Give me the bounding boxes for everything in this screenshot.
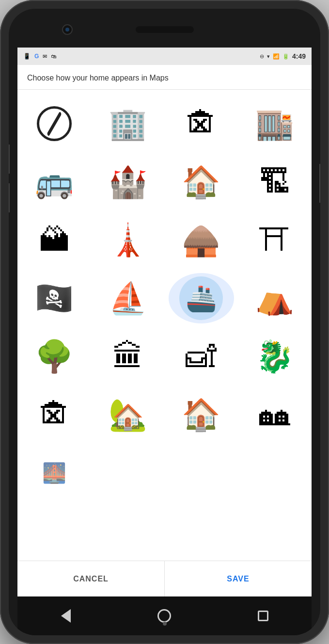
status-time: 4:49 [292, 52, 306, 60]
dragon-icon: 🐉 [255, 341, 294, 372]
pagoda-icon: ⛩ [259, 225, 290, 256]
barn-icon: 🏚 [186, 108, 217, 139]
icon-cell-teepee[interactable]: ⛺ [238, 269, 312, 327]
battery-icon: 🔋 [282, 53, 289, 60]
icon-cell-purple-house[interactable]: 🏘 [238, 386, 312, 444]
home-button[interactable] [157, 609, 171, 623]
green-house-icon: 🏡 [109, 399, 147, 430]
phone-frame: 📱 G ✉ 🛍 ⊖ ▾ 📶 🔋 4:49 Choose how your hom… [0, 0, 329, 644]
nav-bar [17, 596, 312, 635]
status-icons-right: ⊖ ▾ 📶 🔋 4:49 [260, 52, 306, 60]
icon-cell-modern-building[interactable]: 🏬 [238, 95, 312, 153]
igloo-icon: 🏔 [39, 225, 70, 256]
volume-up-button[interactable] [9, 145, 10, 174]
icon-cell-igloo[interactable]: 🏔 [17, 211, 91, 269]
icon-cell-pueblo[interactable]: 🏛 [91, 327, 165, 386]
victorian-icon: 🏚 [39, 399, 70, 430]
icon-cell-pirate-ship[interactable]: 🏴‍☠️ [17, 269, 91, 327]
apartment-icon: 🏢 [109, 108, 147, 139]
submarine-highlight: 🚢 [179, 276, 223, 320]
modern-building-icon: 🏬 [255, 108, 294, 139]
castle-icon: 🏰 [109, 166, 147, 197]
bottom-buttons: CANCEL SAVE [17, 561, 312, 596]
icon-cell-cottage[interactable]: 🏠 [165, 153, 238, 211]
content-header: Choose how your home appears in Maps [17, 65, 312, 90]
page-title: Choose how your home appears in Maps [27, 74, 169, 82]
minus-icon: ⊖ [260, 53, 264, 60]
save-button[interactable]: SAVE [165, 561, 312, 596]
back-button[interactable] [61, 609, 71, 623]
icon-cell-no-entry[interactable] [17, 95, 91, 153]
purple-house-icon: 🏘 [259, 399, 290, 430]
icon-cell-lighthouse[interactable]: 🗼 [91, 211, 165, 269]
extra-icon: 🌉 [42, 463, 66, 483]
cottage-icon: 🏠 [182, 166, 220, 197]
icon-cell-camper[interactable]: 🚌 [17, 153, 91, 211]
icon-grid: 🏢 🏚 🏬 🚌 🏰 🏠 [17, 90, 312, 507]
camera [62, 24, 73, 35]
icon-cell-barn[interactable]: 🏚 [165, 95, 238, 153]
treehouse-icon: 🌳 [35, 341, 74, 372]
camper-icon: 🚌 [35, 166, 74, 197]
icon-cell-treehouse[interactable]: 🌳 [17, 327, 91, 386]
pirate-ship-icon: 🏴‍☠️ [35, 283, 74, 314]
icon-cell-pink-house[interactable]: 🏠 [165, 386, 238, 444]
icon-cell-dragon[interactable]: 🐉 [238, 327, 312, 386]
icon-grid-container[interactable]: 🏢 🏚 🏬 🚌 🏰 🏠 [17, 90, 312, 561]
home-dot [163, 622, 167, 626]
icon-cell-green-house[interactable]: 🏡 [91, 386, 165, 444]
icon-cell-sailboat[interactable]: ⛵ [91, 269, 165, 327]
bag-status-icon: 🛍 [51, 53, 56, 59]
wifi-icon: ▾ [267, 53, 270, 60]
g-icon: G [34, 53, 39, 60]
recents-button[interactable] [258, 611, 268, 621]
icon-cell-pagoda[interactable]: ⛩ [238, 211, 312, 269]
icon-cell-submarine[interactable]: 🚢 [165, 269, 238, 327]
phone-status-icon: 📱 [23, 53, 31, 60]
signal-icon: 📶 [273, 53, 280, 60]
icon-cell-apartment[interactable]: 🏢 [91, 95, 165, 153]
status-icons-left: 📱 G ✉ 🛍 [23, 53, 56, 60]
modern-house-icon: 🏗 [259, 166, 290, 197]
icon-cell-extra[interactable]: 🌉 [17, 444, 91, 502]
lighthouse-icon: 🗼 [109, 225, 147, 256]
submarine-icon: 🚢 [186, 286, 217, 311]
power-button[interactable] [319, 164, 320, 203]
icon-cell-victorian[interactable]: 🏚 [17, 386, 91, 444]
no-entry-icon [37, 106, 72, 141]
log-cabin-icon: 🛖 [182, 225, 220, 256]
cancel-button[interactable]: CANCEL [17, 561, 165, 596]
mail-status-icon: ✉ [43, 53, 47, 60]
sofa-icon: 🛋 [186, 341, 217, 372]
pink-house-icon: 🏠 [182, 399, 220, 430]
speaker [136, 26, 194, 33]
icon-cell-sofa[interactable]: 🛋 [165, 327, 238, 386]
icon-cell-log-cabin[interactable]: 🛖 [165, 211, 238, 269]
teepee-icon: ⛺ [255, 283, 294, 314]
phone-inner: 📱 G ✉ 🛍 ⊖ ▾ 📶 🔋 4:49 Choose how your hom… [9, 9, 320, 635]
volume-down-button[interactable] [9, 183, 10, 212]
screen: 📱 G ✉ 🛍 ⊖ ▾ 📶 🔋 4:49 Choose how your hom… [17, 48, 312, 596]
sailboat-icon: ⛵ [109, 283, 147, 314]
status-bar: 📱 G ✉ 🛍 ⊖ ▾ 📶 🔋 4:49 [17, 48, 312, 65]
icon-cell-modern-house[interactable]: 🏗 [238, 153, 312, 211]
pueblo-icon: 🏛 [112, 341, 143, 372]
icon-cell-castle[interactable]: 🏰 [91, 153, 165, 211]
